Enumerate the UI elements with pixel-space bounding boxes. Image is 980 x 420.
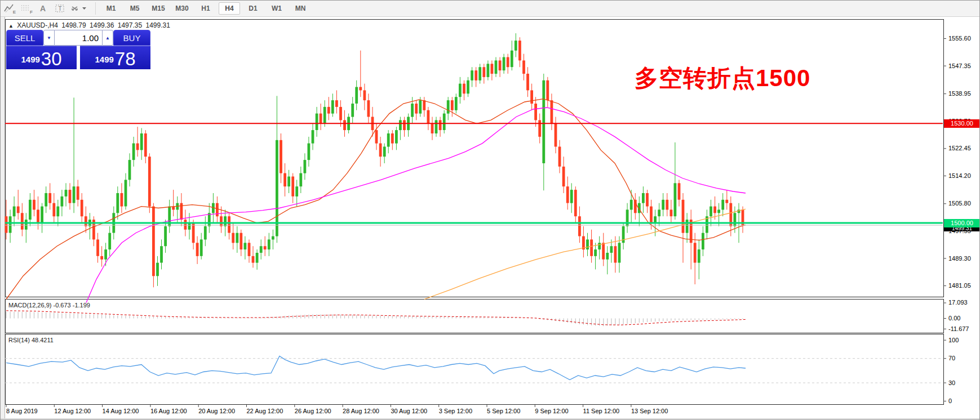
time-tick-label: 13 Sep 12:00 xyxy=(631,408,668,414)
timeframe-button-W1[interactable]: W1 xyxy=(266,2,287,15)
time-tick-label: 9 Sep 12:00 xyxy=(535,408,568,414)
rsi-label: RSI(14) 48.4211 xyxy=(8,337,54,343)
hline-price-label-resistance: 1530.00 xyxy=(944,119,980,128)
macd-label: MACD(12,26,9) -0.673 -1.199 xyxy=(8,302,90,309)
price-tick-label: 1505.80 xyxy=(948,200,971,207)
symbol-period: XAUUSD-,H4 xyxy=(17,21,58,29)
chart-annotation-text: 多空转折点1500 xyxy=(635,62,810,94)
time-tick-label: 22 Aug 12:00 xyxy=(247,408,283,414)
timeframe-button-M5[interactable]: M5 xyxy=(124,2,145,15)
cycle-symbols-icon[interactable] xyxy=(68,2,90,15)
chart-title: ▲ XAUUSD-,H4 1498.79 1499.36 1497.35 149… xyxy=(8,21,172,29)
price-tick-label: 1538.95 xyxy=(948,90,971,97)
volume-down-button[interactable]: ▼ xyxy=(43,30,55,46)
buy-button[interactable]: BUY xyxy=(113,30,150,46)
timeframe-button-H4[interactable]: H4 xyxy=(219,2,240,15)
time-tick-label: 12 Aug 12:00 xyxy=(54,408,91,414)
toolbar-separator xyxy=(95,2,96,15)
text-box-icon[interactable]: T xyxy=(51,2,68,15)
time-tick-label: 28 Aug 12:00 xyxy=(343,408,379,414)
indicators-icon[interactable]: E xyxy=(1,2,17,15)
price-tick-label: 1514.20 xyxy=(948,172,971,179)
low-value: 1497.35 xyxy=(118,21,142,29)
timeframe-button-D1[interactable]: D1 xyxy=(242,2,264,15)
buy-price-display[interactable]: 1499 78 xyxy=(80,46,150,69)
rsi-panel[interactable] xyxy=(5,334,944,405)
volume-input[interactable] xyxy=(55,30,102,46)
rsi-tick-label: 70 xyxy=(948,355,955,361)
mt4-window: E F A T M1M5M15M30H1H4D1W1MN ▲ XAUUSD-,H… xyxy=(0,0,980,420)
sell-price-display[interactable]: 1499 30 xyxy=(6,46,77,69)
sell-price-small: 1499 xyxy=(21,51,39,68)
timeframe-buttons: M1M5M15M30H1H4D1W1MN xyxy=(99,2,312,15)
time-tick-label: 14 Aug 12:00 xyxy=(103,408,139,414)
time-tick-label: 8 Aug 2019 xyxy=(6,408,38,414)
price-tick-label: 1555.60 xyxy=(948,35,971,42)
macd-panel[interactable] xyxy=(5,299,944,333)
collapse-arrow-icon[interactable]: ▲ xyxy=(8,23,14,29)
toolbar: E F A T M1M5M15M30H1H4D1W1MN xyxy=(1,1,980,17)
volume-up-button[interactable]: ▲ xyxy=(102,30,113,46)
time-tick-label: 3 Sep 12:00 xyxy=(439,408,472,414)
macd-tick-label: 17.093 xyxy=(948,299,968,306)
open-value: 1498.79 xyxy=(61,21,86,29)
timeframe-button-MN[interactable]: MN xyxy=(290,2,311,15)
time-tick-label: 20 Aug 12:00 xyxy=(198,408,235,414)
sell-button[interactable]: SELL xyxy=(6,30,43,46)
time-axis[interactable]: 8 Aug 201912 Aug 12:0014 Aug 12:0016 Aug… xyxy=(5,405,980,418)
macd-tick-label: -11.677 xyxy=(948,325,969,332)
buy-price-big: 78 xyxy=(115,50,136,68)
price-tick-label: 1481.05 xyxy=(948,282,971,289)
hline-price-label-pivot: 1500.00 xyxy=(944,219,980,227)
price-tick-label: 1522.45 xyxy=(948,145,971,151)
left-edge-strip xyxy=(1,17,5,420)
text-label-icon[interactable]: A xyxy=(34,2,51,15)
grid-icon[interactable]: F xyxy=(17,2,34,15)
time-tick-label: 5 Sep 12:00 xyxy=(487,408,520,414)
rsi-tick-label: 30 xyxy=(948,379,955,386)
rsi-tick-label: 100 xyxy=(948,337,959,343)
time-tick-label: 30 Aug 12:00 xyxy=(391,408,427,414)
time-tick-label: 26 Aug 12:00 xyxy=(295,408,331,414)
timeframe-button-M1[interactable]: M1 xyxy=(100,2,122,15)
buy-price-small: 1499 xyxy=(95,51,113,68)
price-tick-label: 1547.35 xyxy=(948,62,971,69)
timeframe-button-M15[interactable]: M15 xyxy=(148,2,169,15)
sell-price-big: 30 xyxy=(41,50,62,68)
high-value: 1499.36 xyxy=(90,21,114,29)
time-tick-label: 11 Sep 12:00 xyxy=(583,408,620,414)
rsi-tick-label: 0 xyxy=(948,397,952,404)
price-tick-label: 1489.30 xyxy=(948,255,971,262)
svg-text:T: T xyxy=(58,6,61,12)
timeframe-button-M30[interactable]: M30 xyxy=(171,2,193,15)
one-click-trading-panel: SELL ▼ ▲ BUY 1499 30 1499 78 xyxy=(6,30,150,69)
close-value: 1499.31 xyxy=(146,21,170,29)
timeframe-button-H1[interactable]: H1 xyxy=(195,2,216,15)
time-tick-label: 16 Aug 12:00 xyxy=(150,408,187,414)
macd-tick-label: 0.00 xyxy=(948,315,960,321)
